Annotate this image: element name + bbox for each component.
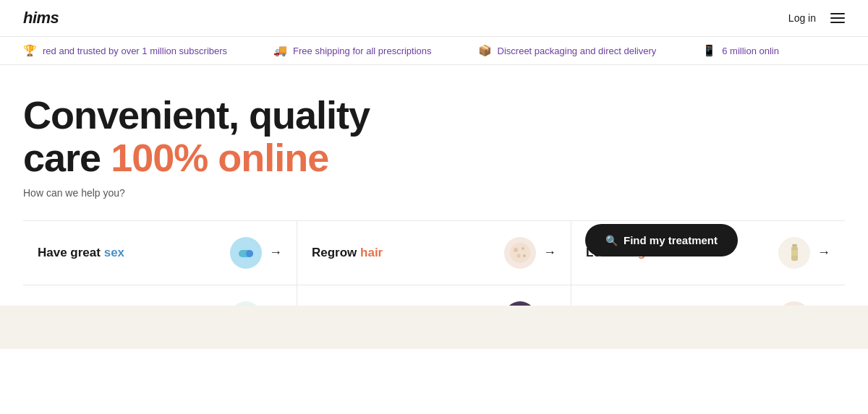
hamburger-menu[interactable] [830, 13, 845, 23]
svg-point-6 [523, 254, 526, 257]
card-title-hair: Regrow hair [312, 246, 383, 260]
card-right-hair: → [504, 237, 556, 269]
hero-subtitle: How can we help you? [23, 187, 483, 199]
svg-point-3 [514, 248, 518, 252]
ticker-text-1: Free shipping for all prescriptions [293, 46, 431, 56]
card-regrow-hair[interactable]: Regrow hair → [297, 221, 571, 285]
cta-area: 🔍 Find my treatment [585, 224, 738, 256]
cta-label: Find my treatment [624, 234, 718, 246]
svg-rect-7 [792, 244, 797, 246]
bottom-section [0, 306, 868, 349]
card-label-left: Have great sex [38, 246, 124, 260]
find-treatment-button[interactable]: 🔍 Find my treatment [585, 224, 738, 256]
ticker-item-3: 📱 6 million onlin [679, 44, 802, 57]
svg-point-4 [522, 247, 524, 250]
hamburger-line-3 [830, 22, 845, 23]
hero-line2-accent: 100% online [111, 136, 328, 179]
ticker-text-3: 6 million onlin [722, 46, 779, 56]
ticker-icon-1: 🚚 [273, 44, 287, 57]
nav-right: Log in [788, 12, 845, 24]
hero-line2-plain: care [23, 136, 111, 179]
card-title-accent: sex [104, 246, 124, 259]
ticker-banner: 🏆 red and trusted by over 1 million subs… [0, 36, 868, 65]
ticker-icon-0: 🏆 [23, 44, 37, 57]
hero-section: Convenient, quality care 100% online How… [0, 65, 506, 213]
card-img-sex [230, 237, 262, 269]
sex-product-icon [233, 240, 259, 266]
hamburger-line-2 [830, 17, 845, 19]
hamburger-line-1 [830, 13, 845, 14]
card-img-hair [504, 237, 536, 269]
card-arrow-weight: → [817, 245, 830, 260]
main-content: Convenient, quality care 100% online How… [0, 65, 868, 349]
ticker-inner: 🏆 red and trusted by over 1 million subs… [0, 44, 802, 57]
ticker-icon-3: 📱 [702, 44, 716, 57]
ticker-text-0: red and trusted by over 1 million subscr… [43, 46, 227, 56]
card-title-sex: Have great sex [38, 246, 124, 260]
card-title-plain: Have great [38, 246, 104, 259]
card-arrow-sex: → [269, 245, 282, 260]
svg-point-5 [517, 254, 521, 257]
card-img-weight [778, 237, 810, 269]
hero-line1: Convenient, quality [23, 93, 370, 137]
logo[interactable]: hims [23, 9, 59, 27]
card-right-sex: → [230, 237, 282, 269]
ticker-icon-2: 📦 [478, 44, 492, 57]
login-button[interactable]: Log in [788, 12, 816, 24]
svg-rect-1 [246, 250, 253, 257]
hair-product-icon [507, 240, 533, 266]
svg-rect-9 [791, 250, 798, 256]
hero-heading: Convenient, quality care 100% online [23, 94, 483, 180]
ticker-item-0: 🏆 red and trusted by over 1 million subs… [0, 44, 250, 57]
ticker-item-1: 🚚 Free shipping for all prescriptions [250, 44, 454, 57]
search-icon: 🔍 [605, 235, 618, 246]
card-right-weight: → [778, 237, 830, 269]
svg-point-2 [510, 243, 530, 263]
ticker-item-2: 📦 Discreet packaging and direct delivery [455, 44, 680, 57]
weight-product-icon [781, 240, 807, 266]
card-title-accent-hair: hair [360, 246, 383, 259]
card-arrow-hair: → [543, 245, 556, 260]
ticker-text-2: Discreet packaging and direct delivery [498, 46, 657, 56]
card-title-plain-hair: Regrow [312, 246, 360, 259]
card-have-great-sex[interactable]: Have great sex → [23, 221, 297, 285]
card-label-left-hair: Regrow hair [312, 246, 383, 260]
navbar: hims Log in [0, 0, 868, 36]
